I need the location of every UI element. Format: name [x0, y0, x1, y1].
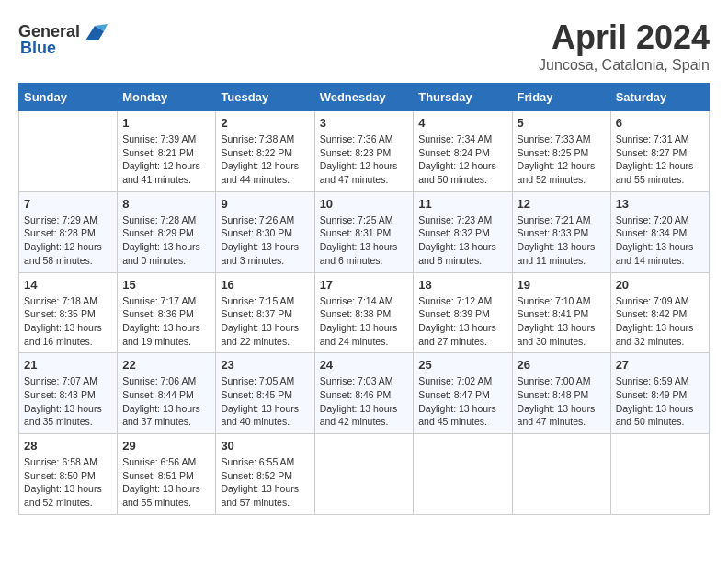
calendar-day-cell [610, 434, 709, 515]
day-number: 19 [518, 278, 606, 292]
day-info: Sunrise: 6:58 AMSunset: 8:50 PMDaylight:… [24, 455, 112, 510]
day-info: Sunrise: 7:17 AMSunset: 8:36 PMDaylight:… [122, 294, 210, 349]
calendar-day-cell: 3Sunrise: 7:36 AMSunset: 8:23 PMDaylight… [314, 111, 414, 192]
calendar-table: SundayMondayTuesdayWednesdayThursdayFrid… [18, 83, 710, 515]
day-of-week-header: Friday [512, 84, 610, 111]
calendar-day-cell: 16Sunrise: 7:15 AMSunset: 8:37 PMDayligh… [216, 272, 314, 353]
logo-icon [82, 18, 108, 44]
day-info: Sunrise: 7:26 AMSunset: 8:30 PMDaylight:… [221, 213, 309, 268]
day-number: 14 [24, 278, 112, 292]
day-number: 1 [122, 116, 210, 130]
day-number: 28 [24, 439, 112, 453]
calendar-day-cell: 9Sunrise: 7:26 AMSunset: 8:30 PMDaylight… [216, 191, 314, 272]
day-number: 22 [122, 358, 210, 372]
calendar-week-row: 14Sunrise: 7:18 AMSunset: 8:35 PMDayligh… [19, 272, 710, 353]
day-info: Sunrise: 7:05 AMSunset: 8:45 PMDaylight:… [221, 374, 309, 429]
day-number: 4 [418, 116, 506, 130]
day-number: 20 [616, 278, 704, 292]
day-info: Sunrise: 7:38 AMSunset: 8:22 PMDaylight:… [221, 132, 309, 187]
day-info: Sunrise: 7:33 AMSunset: 8:25 PMDaylight:… [518, 132, 606, 187]
day-number: 8 [122, 197, 210, 211]
day-info: Sunrise: 7:14 AMSunset: 8:38 PMDaylight:… [320, 294, 409, 349]
day-number: 7 [24, 197, 112, 211]
day-number: 11 [418, 197, 506, 211]
calendar-day-cell [314, 434, 414, 515]
page-header: General Blue April 2024 Juncosa, Catalon… [18, 18, 710, 74]
calendar-day-cell: 7Sunrise: 7:29 AMSunset: 8:28 PMDaylight… [19, 191, 118, 272]
day-number: 6 [616, 116, 704, 130]
calendar-day-cell: 6Sunrise: 7:31 AMSunset: 8:27 PMDaylight… [610, 111, 709, 192]
calendar-week-row: 1Sunrise: 7:39 AMSunset: 8:21 PMDaylight… [19, 111, 710, 192]
day-number: 21 [24, 358, 112, 372]
logo-blue: Blue [20, 39, 56, 58]
calendar-week-row: 28Sunrise: 6:58 AMSunset: 8:50 PMDayligh… [19, 434, 710, 515]
day-number: 9 [221, 197, 309, 211]
calendar-day-cell: 18Sunrise: 7:12 AMSunset: 8:39 PMDayligh… [414, 272, 512, 353]
day-number: 3 [320, 116, 409, 130]
day-of-week-header: Monday [118, 84, 216, 111]
day-number: 10 [320, 197, 409, 211]
day-number: 23 [221, 358, 309, 372]
day-info: Sunrise: 7:09 AMSunset: 8:42 PMDaylight:… [616, 294, 704, 349]
location-title: Juncosa, Catalonia, Spain [539, 57, 710, 74]
day-info: Sunrise: 7:36 AMSunset: 8:23 PMDaylight:… [320, 132, 409, 187]
calendar-week-row: 21Sunrise: 7:07 AMSunset: 8:43 PMDayligh… [19, 353, 710, 434]
calendar-day-cell: 5Sunrise: 7:33 AMSunset: 8:25 PMDaylight… [512, 111, 610, 192]
day-info: Sunrise: 7:23 AMSunset: 8:32 PMDaylight:… [418, 213, 506, 268]
calendar-day-cell: 12Sunrise: 7:21 AMSunset: 8:33 PMDayligh… [512, 191, 610, 272]
day-info: Sunrise: 7:06 AMSunset: 8:44 PMDaylight:… [122, 374, 210, 429]
day-number: 16 [221, 278, 309, 292]
day-info: Sunrise: 6:59 AMSunset: 8:49 PMDaylight:… [616, 374, 704, 429]
day-info: Sunrise: 7:07 AMSunset: 8:43 PMDaylight:… [24, 374, 112, 429]
calendar-day-cell: 30Sunrise: 6:55 AMSunset: 8:52 PMDayligh… [216, 434, 314, 515]
logo: General Blue [18, 18, 108, 58]
day-info: Sunrise: 6:55 AMSunset: 8:52 PMDaylight:… [221, 455, 309, 510]
title-area: April 2024 Juncosa, Catalonia, Spain [539, 18, 710, 74]
calendar-day-cell: 26Sunrise: 7:00 AMSunset: 8:48 PMDayligh… [512, 353, 610, 434]
calendar-day-cell: 17Sunrise: 7:14 AMSunset: 8:38 PMDayligh… [314, 272, 414, 353]
calendar-day-cell: 4Sunrise: 7:34 AMSunset: 8:24 PMDaylight… [414, 111, 512, 192]
day-info: Sunrise: 7:34 AMSunset: 8:24 PMDaylight:… [418, 132, 506, 187]
calendar-day-cell: 22Sunrise: 7:06 AMSunset: 8:44 PMDayligh… [118, 353, 216, 434]
calendar-body: 1Sunrise: 7:39 AMSunset: 8:21 PMDaylight… [19, 111, 710, 515]
day-of-week-header: Tuesday [216, 84, 314, 111]
day-of-week-header: Wednesday [314, 84, 414, 111]
calendar-day-cell: 11Sunrise: 7:23 AMSunset: 8:32 PMDayligh… [414, 191, 512, 272]
calendar-day-cell: 13Sunrise: 7:20 AMSunset: 8:34 PMDayligh… [610, 191, 709, 272]
day-info: Sunrise: 7:28 AMSunset: 8:29 PMDaylight:… [122, 213, 210, 268]
day-number: 15 [122, 278, 210, 292]
calendar-day-cell: 2Sunrise: 7:38 AMSunset: 8:22 PMDaylight… [216, 111, 314, 192]
day-of-week-header: Saturday [610, 84, 709, 111]
calendar-day-cell [512, 434, 610, 515]
day-number: 2 [221, 116, 309, 130]
day-number: 5 [518, 116, 606, 130]
day-info: Sunrise: 7:10 AMSunset: 8:41 PMDaylight:… [518, 294, 606, 349]
calendar-week-row: 7Sunrise: 7:29 AMSunset: 8:28 PMDaylight… [19, 191, 710, 272]
day-info: Sunrise: 7:18 AMSunset: 8:35 PMDaylight:… [24, 294, 112, 349]
calendar-day-cell: 28Sunrise: 6:58 AMSunset: 8:50 PMDayligh… [19, 434, 118, 515]
calendar-day-cell: 20Sunrise: 7:09 AMSunset: 8:42 PMDayligh… [610, 272, 709, 353]
calendar-day-cell: 19Sunrise: 7:10 AMSunset: 8:41 PMDayligh… [512, 272, 610, 353]
day-info: Sunrise: 7:21 AMSunset: 8:33 PMDaylight:… [518, 213, 606, 268]
day-info: Sunrise: 7:20 AMSunset: 8:34 PMDaylight:… [616, 213, 704, 268]
calendar-day-cell: 24Sunrise: 7:03 AMSunset: 8:46 PMDayligh… [314, 353, 414, 434]
day-number: 26 [518, 358, 606, 372]
day-info: Sunrise: 7:15 AMSunset: 8:37 PMDaylight:… [221, 294, 309, 349]
calendar-day-cell: 1Sunrise: 7:39 AMSunset: 8:21 PMDaylight… [118, 111, 216, 192]
day-info: Sunrise: 7:29 AMSunset: 8:28 PMDaylight:… [24, 213, 112, 268]
day-info: Sunrise: 7:12 AMSunset: 8:39 PMDaylight:… [418, 294, 506, 349]
day-number: 12 [518, 197, 606, 211]
day-number: 29 [122, 439, 210, 453]
calendar-day-cell [414, 434, 512, 515]
day-of-week-header: Sunday [19, 84, 118, 111]
calendar-day-cell: 23Sunrise: 7:05 AMSunset: 8:45 PMDayligh… [216, 353, 314, 434]
day-info: Sunrise: 7:00 AMSunset: 8:48 PMDaylight:… [518, 374, 606, 429]
calendar-day-cell: 14Sunrise: 7:18 AMSunset: 8:35 PMDayligh… [19, 272, 118, 353]
day-info: Sunrise: 7:03 AMSunset: 8:46 PMDaylight:… [320, 374, 409, 429]
calendar-day-cell: 27Sunrise: 6:59 AMSunset: 8:49 PMDayligh… [610, 353, 709, 434]
calendar-header-row: SundayMondayTuesdayWednesdayThursdayFrid… [19, 84, 710, 111]
day-info: Sunrise: 7:39 AMSunset: 8:21 PMDaylight:… [122, 132, 210, 187]
day-info: Sunrise: 6:56 AMSunset: 8:51 PMDaylight:… [122, 455, 210, 510]
day-number: 13 [616, 197, 704, 211]
day-number: 25 [418, 358, 506, 372]
